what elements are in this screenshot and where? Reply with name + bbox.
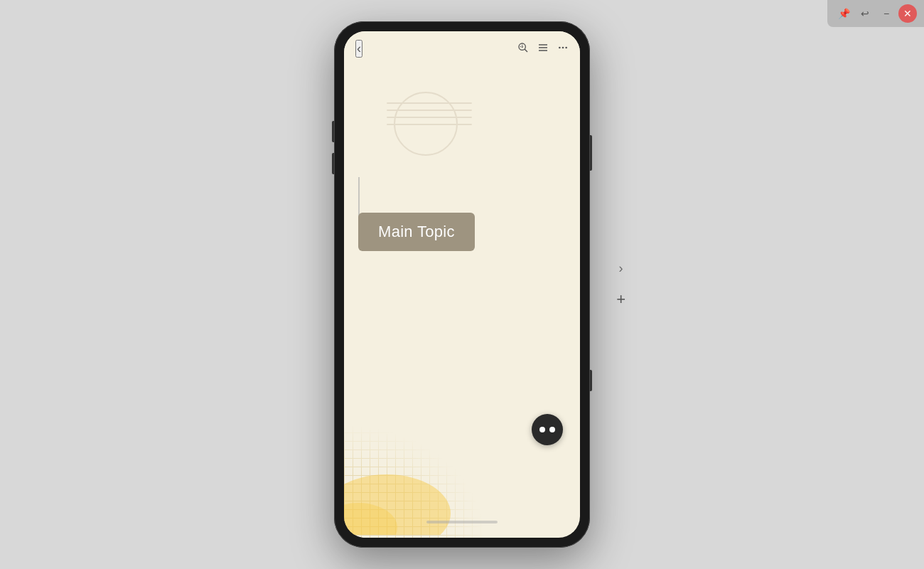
volume-up-button — [332, 121, 334, 142]
pin-button[interactable]: 📌 — [834, 4, 853, 23]
main-topic-button[interactable]: Main Topic — [358, 213, 475, 251]
undo-icon: ↩ — [861, 8, 869, 19]
svg-point-9 — [565, 46, 567, 48]
power-button-2 — [590, 370, 592, 391]
side-controls: › + — [616, 261, 625, 309]
header-actions — [517, 42, 569, 56]
search-icon[interactable] — [517, 42, 529, 56]
app-content: Main Topic — [344, 63, 580, 538]
pin-icon: 📌 — [838, 8, 850, 19]
minimize-button[interactable]: − — [877, 4, 896, 23]
svg-point-7 — [559, 46, 561, 48]
power-button — [590, 135, 592, 171]
top-toolbar: 📌 ↩ − ✕ — [827, 0, 924, 27]
ai-eye-left — [539, 427, 545, 432]
ai-eye-right — [549, 427, 555, 432]
minimize-icon: − — [883, 8, 889, 19]
add-button[interactable]: + — [616, 290, 625, 309]
home-indicator — [426, 521, 498, 523]
phone-screen: ‹ — [344, 31, 580, 538]
close-icon: ✕ — [903, 8, 912, 19]
undo-button[interactable]: ↩ — [856, 4, 874, 23]
close-button[interactable]: ✕ — [898, 4, 917, 23]
svg-point-8 — [562, 46, 564, 48]
volume-down-button — [332, 153, 334, 174]
list-icon[interactable] — [537, 42, 549, 56]
expand-arrow[interactable]: › — [619, 261, 623, 276]
ai-eyes — [539, 427, 555, 432]
more-icon[interactable] — [557, 42, 569, 56]
phone-frame: ‹ — [334, 21, 590, 548]
stamp-decoration — [387, 85, 472, 156]
phone-wrapper: ‹ — [334, 21, 590, 548]
app-header: ‹ — [344, 31, 580, 63]
back-button[interactable]: ‹ — [355, 40, 362, 58]
svg-line-1 — [525, 49, 527, 52]
ai-avatar-button[interactable] — [532, 414, 563, 445]
